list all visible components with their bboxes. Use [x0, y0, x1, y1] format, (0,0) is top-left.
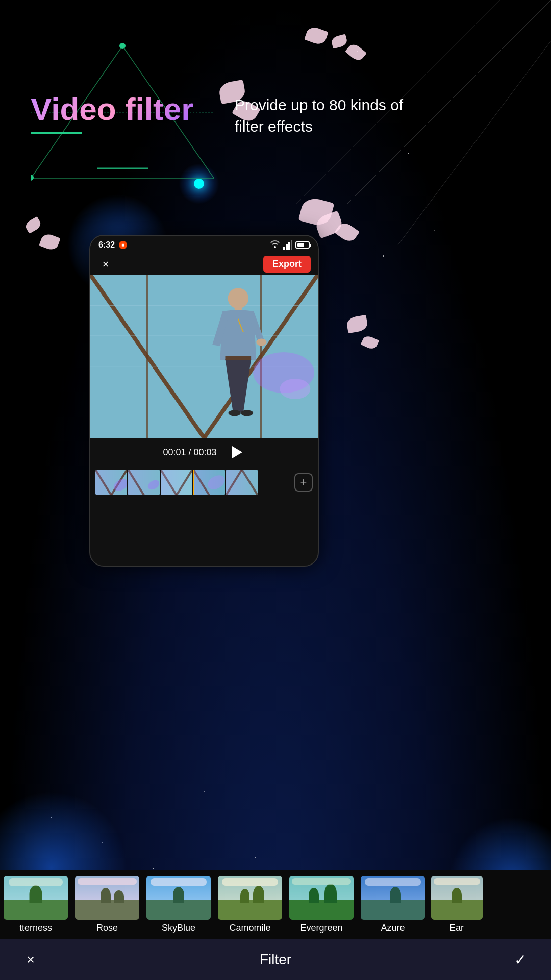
filter-thumb-azure: [360, 875, 426, 921]
filter-label-evergreen: Evergreen: [286, 923, 357, 934]
filter-label-skyblue: SkyBlue: [143, 923, 214, 934]
svg-point-40: [205, 473, 225, 493]
filter-label-camomile: Camomile: [214, 923, 286, 934]
filter-label-ear: Ear: [429, 923, 485, 934]
filter-item-rose[interactable]: Rose: [71, 875, 143, 934]
svg-rect-11: [291, 240, 292, 250]
svg-rect-27: [226, 356, 252, 360]
phone-mockup: 6:32 ■ × Ex: [89, 235, 319, 567]
signal-icon: [283, 240, 292, 250]
svg-line-37: [177, 470, 192, 495]
timeline-frames[interactable]: [95, 470, 290, 495]
filter-thumb-ear: [430, 875, 484, 921]
headline-section: Video filter: [31, 92, 193, 134]
svg-line-29: [95, 470, 111, 495]
wifi-icon: [270, 240, 280, 250]
svg-rect-28: [95, 470, 127, 495]
filter-thumb-rose: [74, 875, 140, 921]
svg-line-36: [161, 470, 177, 495]
add-clip-button[interactable]: +: [294, 473, 313, 492]
filter-item-bitterness[interactable]: tterness: [0, 875, 71, 934]
video-preview: [90, 275, 318, 438]
svg-line-30: [111, 470, 127, 495]
timeline-strip[interactable]: +: [90, 467, 318, 498]
filter-label-bitterness: tterness: [0, 923, 71, 934]
title-underline: [31, 132, 82, 134]
export-button[interactable]: Export: [263, 256, 311, 273]
svg-rect-38: [193, 470, 225, 495]
notification-badge: ■: [119, 241, 127, 249]
filter-bottom-bar: × Filter ✓: [0, 939, 551, 980]
timeline-cursor: [193, 470, 194, 495]
status-time: 6:32: [98, 240, 115, 250]
filter-item-skyblue[interactable]: SkyBlue: [143, 875, 214, 934]
svg-line-39: [193, 470, 209, 495]
svg-point-25: [229, 410, 241, 416]
current-time: 00:01 / 00:03: [163, 447, 216, 458]
filter-label-rose: Rose: [71, 923, 143, 934]
filter-thumb-camomile: [217, 875, 283, 921]
filter-label-azure: Azure: [357, 923, 429, 934]
frame-4: [193, 470, 225, 495]
svg-rect-41: [226, 470, 258, 495]
filter-item-camomile[interactable]: Camomile: [214, 875, 286, 934]
svg-point-26: [241, 410, 253, 416]
status-bar: 6:32 ■: [90, 236, 318, 254]
svg-line-33: [128, 470, 144, 495]
filter-cancel-button[interactable]: ×: [20, 949, 41, 970]
svg-line-42: [226, 470, 242, 495]
close-button[interactable]: ×: [97, 256, 114, 273]
play-icon: [232, 446, 242, 458]
play-button[interactable]: [227, 443, 245, 461]
filter-item-ear[interactable]: Ear: [429, 875, 485, 934]
filter-panel: tterness Rose: [0, 870, 551, 980]
filter-thumb-bitterness: [3, 875, 69, 921]
svg-rect-35: [161, 470, 192, 495]
battery-icon: [295, 241, 310, 249]
svg-point-22: [228, 288, 249, 309]
hero-description: Provide up to 80 kinds of filter effects: [235, 94, 429, 137]
svg-rect-32: [128, 470, 160, 495]
status-icons: [270, 240, 310, 250]
filter-thumb-evergreen: [288, 875, 355, 921]
filter-thumb-skyblue: [145, 875, 212, 921]
svg-point-34: [146, 478, 160, 492]
person-figure: [170, 283, 307, 438]
svg-rect-9: [286, 244, 288, 250]
filter-item-evergreen[interactable]: Evergreen: [286, 875, 357, 934]
frame-5: [226, 470, 258, 495]
filter-thumbnails-row[interactable]: tterness Rose: [0, 870, 551, 939]
svg-line-43: [242, 470, 258, 495]
svg-line-1: [398, 41, 551, 245]
svg-point-4: [119, 43, 126, 49]
filter-panel-title: Filter: [260, 951, 291, 968]
hero-title: Video filter: [31, 92, 193, 127]
frame-3: [161, 470, 192, 495]
svg-rect-8: [283, 247, 285, 250]
svg-point-24: [256, 338, 266, 346]
frame-1: [95, 470, 127, 495]
svg-point-31: [112, 477, 127, 493]
filter-confirm-button[interactable]: ✓: [510, 949, 531, 970]
frame-2: [128, 470, 160, 495]
svg-rect-10: [288, 242, 290, 250]
time-controls: 00:01 / 00:03: [90, 438, 318, 467]
phone-toolbar: × Export: [90, 254, 318, 275]
filter-item-azure[interactable]: Azure: [357, 875, 429, 934]
